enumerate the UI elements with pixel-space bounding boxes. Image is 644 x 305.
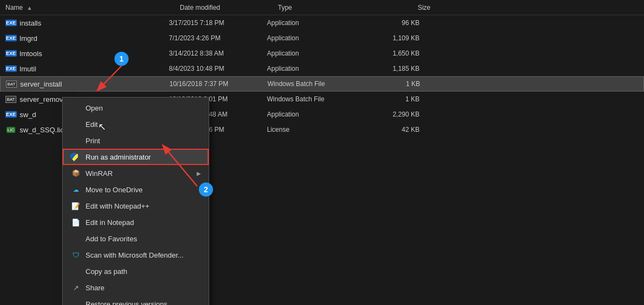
file-date: 3/17/2015 7:18 PM: [169, 19, 267, 27]
file-size: 2,290 KB: [365, 111, 420, 118]
file-name: lmgrd: [20, 34, 38, 42]
menu-item-copy-as-path[interactable]: Copy as path: [63, 263, 209, 279]
file-size: 96 KB: [365, 19, 420, 27]
file-size: 1 KB: [365, 95, 420, 103]
menu-item-label: Share: [86, 284, 201, 292]
table-row[interactable]: EXE installs 3/17/2015 7:18 PM Applicati…: [0, 15, 644, 30]
menu-item-restore[interactable]: Restore previous versions: [63, 296, 209, 305]
file-size: 1,650 KB: [365, 50, 420, 57]
defender-icon: 🛡: [70, 249, 81, 260]
onedrive-icon: ☁: [70, 184, 81, 195]
file-date: 7/1/2023 4:26 PM: [169, 34, 267, 42]
menu-item-label: Restore previous versions: [86, 300, 201, 306]
menu-item-label: Edit: [86, 120, 201, 129]
file-name: lmutil: [20, 65, 36, 73]
menu-item-scan-defender[interactable]: 🛡 Scan with Microsoft Defender...: [63, 247, 209, 263]
file-type: License: [267, 126, 365, 133]
table-row[interactable]: EXE lmutil 8/4/2023 10:48 PM Application…: [0, 61, 644, 76]
file-date: 10/16/2018 7:37 PM: [169, 80, 268, 88]
file-icon: EXE: [5, 109, 16, 120]
menu-item-label: Open: [86, 104, 201, 112]
file-icon: BAT: [5, 94, 16, 105]
menu-item-label: Edit in Notepad: [86, 218, 201, 227]
file-type: Windows Batch File: [268, 80, 366, 88]
file-name: server_remove: [20, 95, 67, 103]
menu-item-label: Run as administrator: [86, 153, 201, 161]
table-row[interactable]: EXE lmtools 3/14/2012 8:38 AM Applicatio…: [0, 46, 644, 61]
print-icon: [70, 135, 81, 146]
menu-item-onedrive[interactable]: ☁ Move to OneDrive: [63, 181, 209, 198]
notepad-icon: 📄: [70, 217, 81, 228]
file-type: Application: [267, 19, 365, 27]
col-header-size[interactable]: Size: [376, 4, 430, 11]
file-list-header: Name ▲ Date modified Type Size: [0, 0, 644, 15]
file-date: 8/4/2023 10:48 PM: [169, 65, 267, 72]
favorites-icon: [70, 233, 81, 244]
file-size: 1 KB: [366, 80, 420, 88]
context-menu: Open Edit Print Run as administrator 📦 W…: [62, 97, 209, 305]
menu-item-add-favorites[interactable]: Add to Favorites: [63, 230, 209, 247]
menu-item-label: Copy as path: [86, 267, 201, 276]
menu-item-edit-notepad[interactable]: 📄 Edit in Notepad: [63, 214, 209, 230]
winrar-icon: 📦: [70, 168, 81, 179]
uac-shield-icon: [70, 151, 81, 162]
file-icon: LIC: [5, 124, 16, 135]
copy-path-icon: [70, 266, 81, 277]
col-header-name[interactable]: Name ▲: [5, 4, 180, 11]
menu-item-edit[interactable]: Edit: [63, 116, 209, 132]
annotation-1: 1: [114, 52, 129, 66]
file-icon: EXE: [5, 63, 16, 74]
table-row[interactable]: EXE lmgrd 7/1/2023 4:26 PM Application 1…: [0, 30, 644, 46]
col-header-type[interactable]: Type: [278, 4, 376, 11]
sort-arrow: ▲: [27, 5, 32, 11]
restore-icon: [70, 298, 81, 305]
file-icon: EXE: [5, 33, 16, 44]
menu-item-open[interactable]: Open: [63, 100, 209, 116]
annotation-2: 2: [199, 182, 213, 197]
edit-icon: [70, 119, 81, 130]
file-name: lmtools: [20, 50, 42, 58]
menu-item-label: Print: [86, 137, 201, 145]
notepadpp-icon: 📝: [70, 200, 81, 211]
file-name: installs: [20, 19, 41, 27]
file-size: 42 KB: [365, 126, 420, 133]
menu-item-label: Edit with Notepad++: [86, 202, 201, 210]
menu-item-share[interactable]: ↗ Share: [63, 279, 209, 296]
file-name: sw_d: [20, 111, 36, 119]
menu-item-edit-notepadpp[interactable]: 📝 Edit with Notepad++: [63, 198, 209, 214]
open-icon: [70, 102, 81, 113]
submenu-arrow-icon: ▶: [197, 170, 201, 176]
menu-item-label: Add to Favorites: [86, 235, 201, 243]
file-name: server_install: [20, 80, 62, 88]
file-type: Application: [267, 50, 365, 57]
file-icon: BAT: [6, 78, 17, 89]
file-icon: EXE: [5, 17, 16, 28]
file-type: Application: [267, 65, 365, 72]
menu-item-winrar[interactable]: 📦 WinRAR ▶: [63, 165, 209, 181]
col-header-date[interactable]: Date modified: [180, 4, 278, 11]
file-type: Application: [267, 34, 365, 42]
table-row-selected[interactable]: BAT server_install 10/16/2018 7:37 PM Wi…: [0, 76, 644, 91]
menu-item-run-as-admin[interactable]: Run as administrator: [63, 149, 209, 165]
menu-item-label: Scan with Microsoft Defender...: [86, 251, 201, 259]
menu-item-label: WinRAR: [86, 169, 197, 178]
menu-item-print[interactable]: Print: [63, 132, 209, 149]
file-name: sw_d_SSQ.lic: [20, 126, 64, 134]
file-type: Windows Batch File: [267, 95, 365, 103]
share-icon: ↗: [70, 282, 81, 293]
file-size: 1,185 KB: [365, 65, 420, 72]
file-icon: EXE: [5, 48, 16, 59]
file-date: 3/14/2012 8:38 AM: [169, 50, 267, 57]
file-type: Application: [267, 111, 365, 118]
menu-item-label: Move to OneDrive: [86, 186, 201, 194]
file-size: 1,109 KB: [365, 34, 420, 42]
